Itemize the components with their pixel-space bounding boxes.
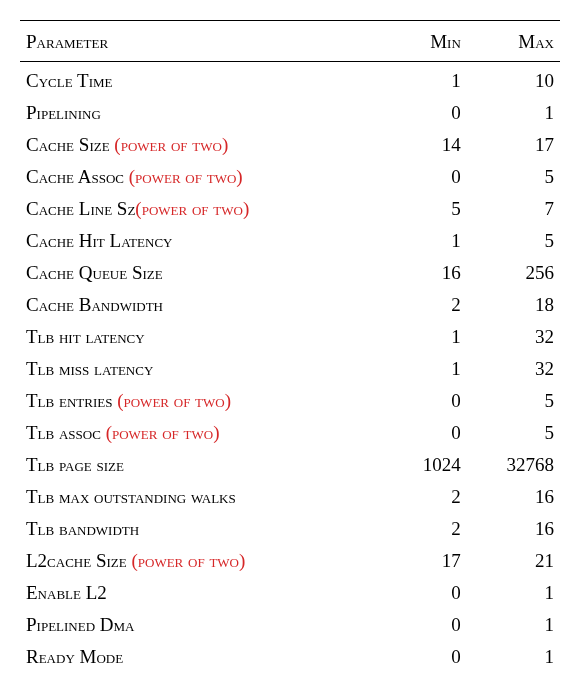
table-row: L2cache Size (power of two)1721: [20, 545, 560, 577]
param-name: Cache Queue Size: [26, 262, 163, 283]
table-row: Tlb max outstanding walks216: [20, 481, 560, 513]
param-cell: L2cache Size (power of two): [20, 545, 388, 577]
param-cell: Cache Bandwidth: [20, 289, 388, 321]
param-name: Tlb entries: [26, 390, 117, 411]
param-name: Tlb assoc: [26, 422, 106, 443]
param-cell: Cache Hit Latency: [20, 225, 388, 257]
param-cell: Tlb page size: [20, 449, 388, 481]
table-row: Pipelined Dma01: [20, 609, 560, 641]
param-cell: Cache Size (power of two): [20, 129, 388, 161]
min-cell: 1024: [388, 449, 466, 481]
min-cell: 0: [388, 609, 466, 641]
min-cell: 14: [388, 129, 466, 161]
max-cell: 32: [467, 353, 560, 385]
param-name: Cache Line Sz: [26, 198, 135, 219]
param-cell: Ready Mode: [20, 641, 388, 673]
param-cell: Cache Queue Size: [20, 257, 388, 289]
param-name: Tlb page size: [26, 454, 124, 475]
max-cell: 5: [467, 385, 560, 417]
param-cell: Tlb hit latency: [20, 321, 388, 353]
power-of-two-note: (power of two): [135, 198, 249, 219]
param-name: Cache Size: [26, 134, 114, 155]
max-cell: 32768: [467, 449, 560, 481]
max-cell: 17: [467, 129, 560, 161]
min-cell: 0: [388, 577, 466, 609]
param-name: Cache Assoc: [26, 166, 129, 187]
power-of-two-note: (power of two): [117, 390, 231, 411]
power-of-two-note: (power of two): [106, 422, 220, 443]
table-row: Cache Size (power of two)1417: [20, 129, 560, 161]
table-row: Cache Bandwidth218: [20, 289, 560, 321]
min-cell: 1: [388, 62, 466, 98]
col-header-min: Min: [388, 21, 466, 62]
max-cell: 5: [467, 417, 560, 449]
min-cell: 2: [388, 289, 466, 321]
param-name: Tlb bandwidth: [26, 518, 139, 539]
min-cell: 0: [388, 97, 466, 129]
param-cell: Cycle Time: [20, 62, 388, 98]
param-name: Pipelined Dma: [26, 614, 134, 635]
param-cell: Tlb bandwidth: [20, 513, 388, 545]
parameters-table: Parameter Min Max Cycle Time110Pipelinin…: [20, 20, 560, 674]
table-row: Cycle Time110: [20, 62, 560, 98]
min-cell: 1: [388, 353, 466, 385]
table-row: Tlb hit latency132: [20, 321, 560, 353]
max-cell: 21: [467, 545, 560, 577]
col-header-parameter: Parameter: [20, 21, 388, 62]
min-cell: 16: [388, 257, 466, 289]
power-of-two-note: (power of two): [131, 550, 245, 571]
param-cell: Pipelining: [20, 97, 388, 129]
min-cell: 0: [388, 641, 466, 673]
table-body: Cycle Time110Pipelining01Cache Size (pow…: [20, 62, 560, 675]
param-name: L2cache Size: [26, 550, 131, 571]
max-cell: 5: [467, 225, 560, 257]
table-row: Cache Hit Latency15: [20, 225, 560, 257]
min-cell: 0: [388, 417, 466, 449]
min-cell: 5: [388, 193, 466, 225]
col-header-max: Max: [467, 21, 560, 62]
table-row: Enable L201: [20, 577, 560, 609]
param-cell: Enable L2: [20, 577, 388, 609]
max-cell: 1: [467, 97, 560, 129]
param-name: Tlb hit latency: [26, 326, 145, 347]
max-cell: 1: [467, 577, 560, 609]
param-name: Cache Hit Latency: [26, 230, 172, 251]
table-row: Tlb assoc (power of two)05: [20, 417, 560, 449]
table-row: Tlb bandwidth216: [20, 513, 560, 545]
param-name: Tlb max outstanding walks: [26, 486, 236, 507]
param-name: Enable L2: [26, 582, 107, 603]
table-row: Tlb entries (power of two)05: [20, 385, 560, 417]
param-cell: Tlb entries (power of two): [20, 385, 388, 417]
param-cell: Cache Line Sz(power of two): [20, 193, 388, 225]
param-cell: Tlb max outstanding walks: [20, 481, 388, 513]
table-row: Tlb page size102432768: [20, 449, 560, 481]
table-row: Ready Mode01: [20, 641, 560, 673]
min-cell: 0: [388, 161, 466, 193]
min-cell: 1: [388, 321, 466, 353]
param-name: Cache Bandwidth: [26, 294, 163, 315]
max-cell: 5: [467, 161, 560, 193]
max-cell: 256: [467, 257, 560, 289]
min-cell: 2: [388, 481, 466, 513]
min-cell: 1: [388, 225, 466, 257]
table-header-row: Parameter Min Max: [20, 21, 560, 62]
table-row: Cache Assoc (power of two)05: [20, 161, 560, 193]
power-of-two-note: (power of two): [114, 134, 228, 155]
param-cell: Cache Assoc (power of two): [20, 161, 388, 193]
param-name: Tlb miss latency: [26, 358, 153, 379]
max-cell: 18: [467, 289, 560, 321]
max-cell: 16: [467, 481, 560, 513]
max-cell: 7: [467, 193, 560, 225]
param-cell: Tlb miss latency: [20, 353, 388, 385]
table-row: Tlb miss latency132: [20, 353, 560, 385]
param-name: Pipelining: [26, 102, 101, 123]
max-cell: 10: [467, 62, 560, 98]
max-cell: 1: [467, 641, 560, 673]
max-cell: 16: [467, 513, 560, 545]
param-name: Cycle Time: [26, 70, 112, 91]
table-row: Pipelining01: [20, 97, 560, 129]
power-of-two-note: (power of two): [129, 166, 243, 187]
min-cell: 17: [388, 545, 466, 577]
param-cell: Pipelined Dma: [20, 609, 388, 641]
param-cell: Tlb assoc (power of two): [20, 417, 388, 449]
